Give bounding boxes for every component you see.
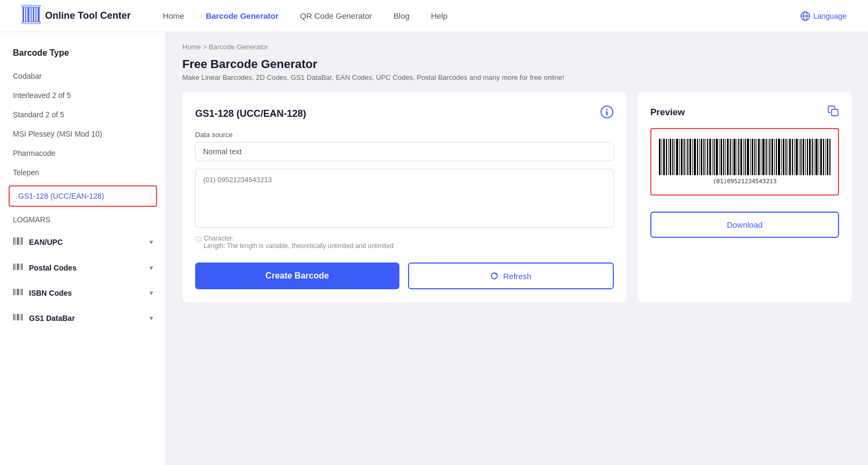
postal-icon — [13, 261, 24, 274]
sidebar-group-ean[interactable]: EAN/UPC ▾ — [0, 229, 166, 255]
copy-icon[interactable] — [827, 105, 839, 119]
svg-rect-99 — [799, 139, 799, 175]
ean-icon — [13, 236, 24, 249]
barcode-visual: (01)09521234543213 — [660, 138, 829, 186]
svg-rect-108 — [819, 139, 819, 175]
svg-rect-96 — [792, 139, 793, 175]
svg-rect-37 — [662, 139, 662, 175]
sidebar-group-isbn-label: ISBN Codes — [29, 289, 72, 297]
create-barcode-button[interactable]: Create Barcode — [195, 262, 399, 289]
char-info-text: Character: Length: The length is variabl… — [204, 235, 394, 250]
svg-rect-100 — [800, 139, 802, 175]
sidebar-item-gs1-wrapper: GS1-128 (UCC/EAN-128) — [0, 182, 166, 210]
sidebar-title: Barcode Type — [0, 43, 166, 66]
svg-rect-56 — [703, 139, 704, 175]
svg-rect-50 — [689, 139, 691, 175]
barcode-preview: (01)09521234543213 — [650, 128, 839, 196]
char-info: ⓘ Character: Length: The length is varia… — [195, 235, 614, 250]
svg-rect-44 — [676, 139, 678, 175]
nav-qr-generator[interactable]: QR Code Generator — [300, 11, 372, 20]
svg-rect-39 — [666, 139, 667, 175]
sidebar-group-isbn[interactable]: ISBN Codes ▾ — [0, 280, 166, 305]
svg-rect-110 — [823, 139, 824, 175]
svg-rect-30 — [20, 314, 20, 320]
svg-rect-0 — [23, 7, 24, 22]
svg-rect-67 — [727, 139, 729, 175]
svg-rect-79 — [754, 139, 755, 175]
svg-rect-104 — [809, 139, 811, 175]
svg-rect-43 — [674, 139, 675, 175]
data-source-select[interactable]: Normal text — [195, 142, 614, 161]
svg-rect-73 — [740, 139, 742, 175]
language-selector[interactable]: Language — [800, 11, 847, 21]
svg-rect-15 — [20, 237, 20, 245]
svg-rect-78 — [752, 139, 753, 175]
data-source-label: Data source — [195, 131, 614, 139]
preview-title: Preview — [650, 105, 839, 119]
svg-rect-89 — [776, 139, 777, 175]
sidebar-group-gs1databar-label: GS1 DataBar — [29, 314, 75, 322]
nav-help[interactable]: Help — [431, 11, 448, 20]
svg-rect-12 — [13, 237, 14, 245]
svg-rect-51 — [692, 139, 693, 175]
breadcrumb-current: Barcode Generator — [209, 43, 269, 51]
nav-home[interactable]: Home — [163, 11, 184, 20]
svg-rect-1 — [25, 7, 26, 22]
svg-rect-68 — [730, 139, 731, 175]
svg-rect-34 — [606, 111, 608, 116]
svg-rect-107 — [815, 139, 818, 175]
download-button[interactable]: Download — [650, 212, 839, 238]
sidebar-group-gs1databar[interactable]: GS1 DataBar ▾ — [0, 305, 166, 331]
breadcrumb-home[interactable]: Home — [182, 43, 201, 51]
logo[interactable]: Online Tool Center — [21, 5, 131, 27]
page-body: Barcode Type Codabar Interleaved 2 of 5 … — [0, 32, 868, 465]
svg-rect-84 — [766, 139, 767, 175]
sidebar-group-ean-label: EAN/UPC — [29, 238, 63, 246]
form-card-title: GS1-128 (UCC/EAN-128) — [195, 105, 614, 122]
info-icon[interactable] — [600, 105, 614, 122]
svg-rect-97 — [794, 139, 795, 175]
svg-rect-55 — [701, 139, 702, 175]
sidebar-item-gs1128[interactable]: GS1-128 (UCC/EAN-128) — [9, 185, 157, 207]
svg-rect-17 — [13, 264, 14, 270]
svg-rect-109 — [820, 139, 822, 175]
svg-rect-20 — [20, 264, 20, 270]
svg-point-33 — [606, 109, 608, 110]
svg-rect-82 — [761, 139, 761, 175]
sidebar-item-msi[interactable]: MSI Plessey (MSI Mod 10) — [0, 124, 166, 144]
svg-rect-13 — [16, 237, 16, 245]
barcode-content-input[interactable] — [195, 169, 614, 228]
svg-rect-88 — [774, 139, 775, 175]
svg-rect-80 — [756, 139, 757, 175]
sidebar-item-telepen[interactable]: Telepen — [0, 163, 166, 182]
sidebar-group-postal[interactable]: Postal Codes ▾ — [0, 255, 166, 280]
page-subtitle: Make Linear Barcodes, 2D Codes, GS1 Data… — [182, 73, 852, 81]
svg-text:(01)09521234543213: (01)09521234543213 — [713, 178, 776, 185]
nav-barcode-generator[interactable]: Barcode Generator — [206, 11, 279, 20]
sidebar-item-pharmacode[interactable]: Pharmacode — [0, 144, 166, 163]
svg-rect-19 — [17, 264, 19, 270]
svg-rect-69 — [732, 139, 732, 175]
svg-rect-6 — [38, 7, 40, 22]
svg-rect-101 — [803, 139, 804, 175]
nav-blog[interactable]: Blog — [394, 11, 410, 20]
sidebar-item-logmars[interactable]: LOGMARS — [0, 210, 166, 229]
svg-rect-3 — [31, 7, 32, 22]
preview-card: Preview — [637, 92, 852, 302]
svg-rect-59 — [709, 139, 711, 175]
svg-rect-36 — [659, 139, 661, 175]
svg-rect-105 — [812, 139, 813, 175]
isbn-icon — [13, 287, 24, 299]
sidebar-group-postal-label: Postal Codes — [29, 264, 77, 272]
breadcrumb-separator: > — [203, 43, 207, 51]
svg-rect-46 — [681, 139, 682, 175]
sidebar-item-codabar[interactable]: Codabar — [0, 66, 166, 86]
sidebar-item-standard2of5[interactable]: Standard 2 of 5 — [0, 105, 166, 124]
sidebar-item-interleaved[interactable]: Interleaved 2 of 5 — [0, 86, 166, 105]
svg-rect-2 — [27, 7, 29, 22]
chevron-down-icon: ▾ — [150, 238, 153, 246]
char-info-icon: ⓘ — [195, 235, 202, 244]
svg-rect-98 — [796, 139, 798, 175]
refresh-button[interactable]: Refresh — [408, 262, 614, 289]
svg-rect-102 — [805, 139, 806, 175]
